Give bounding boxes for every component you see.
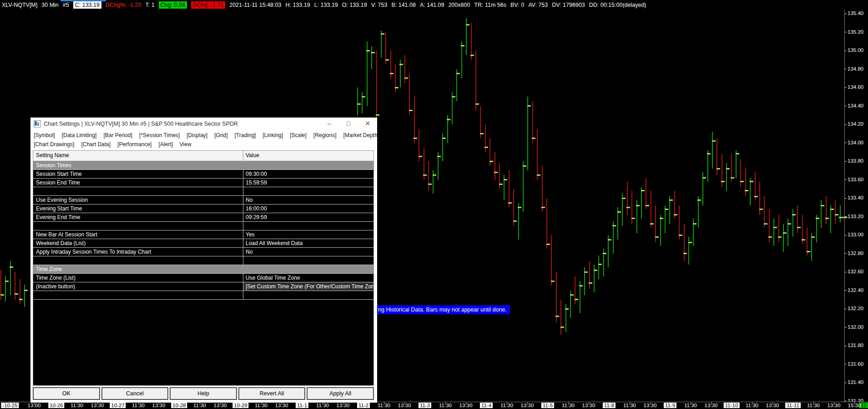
price-axis-label: 131.60 [848,361,863,367]
close-dash [603,253,606,254]
close-dash [466,24,469,26]
menu-item-marketdepth[interactable]: [Market Depth] [343,132,379,138]
time-axis-date-label: 10-29 [232,403,248,408]
setting-row[interactable]: Weekend Data (List)Load All Weekend Data [33,239,373,248]
close-dash [551,281,555,282]
setting-row[interactable]: Evening Start Time16:00:00 [33,204,373,213]
close-button[interactable]: ✕ [361,118,374,129]
close-dash [0,294,4,296]
topbar-segment-10: L: 133.19 [314,2,338,8]
time-axis-time-label: 11:30 [378,403,390,408]
close-dash [598,264,602,265]
menu-item-linking[interactable]: [Linking] [262,132,283,138]
close-dash [740,181,744,182]
menu-item-scale[interactable]: [Scale] [290,132,307,138]
menu-item-datalimiting[interactable]: [Data Limiting] [62,132,97,138]
menu-item-symbol[interactable]: [Symbol] [34,132,55,138]
close-dash [10,266,13,268]
time-axis-time-label: 11:30 [132,403,145,408]
setting-value[interactable]: 09:30:00 [243,170,373,178]
close-dash [665,209,668,210]
active-tab-strip [61,0,106,1]
setting-value[interactable]: [Set Custom Time Zone (For Other/Custom … [243,282,373,291]
maximize-button[interactable]: □ [342,118,355,129]
setting-value[interactable]: Load All Weekend Data [243,239,373,247]
menu-item-regions[interactable]: [Regions] [313,132,337,138]
ok-button[interactable]: OK [33,387,100,400]
setting-row[interactable]: Apply Intraday Session Times To Intraday… [33,248,373,256]
setting-row[interactable]: Session End Time15:59:59 [33,179,373,187]
setting-row[interactable]: Evening End Time09:29:59 [33,213,373,222]
price-axis-tick [844,179,847,180]
setting-row[interactable]: (Inactive button)[Set Custom Time Zone (… [33,282,373,291]
close-dash [688,242,692,243]
close-dash [456,73,460,74]
menu-item-chartdata[interactable]: [Chart Data] [81,141,111,148]
menu-item-view[interactable]: View [180,141,192,148]
close-dash [518,207,521,208]
setting-row[interactable]: New Bar At Session StartYes [33,230,373,239]
setting-value[interactable]: Use Global Time Zone [243,274,373,282]
setting-name: Session End Time [33,179,243,187]
topbar-segment-14: A: 141.09 [420,2,444,8]
price-axis-tick [844,14,847,14]
topbar-segment-1: 30 Min [41,2,59,8]
time-axis[interactable]: 12 -10-2513:0010-2611:3013:3010-2711:301… [0,402,868,409]
close-dash [385,59,389,61]
close-dash [617,211,621,213]
help-button[interactable]: Help [170,387,237,400]
menu-item-display[interactable]: [Display] [187,132,207,138]
menu-item-barperiod[interactable]: [Bar Period] [103,132,132,138]
close-dash [508,202,512,204]
setting-row[interactable]: Use Evening SessionNo [33,196,373,204]
close-dash [594,270,597,271]
close-dash [19,299,23,300]
close-dash [428,184,432,185]
setting-value[interactable]: 15:59:59 [243,179,373,187]
dialog-titlebar[interactable]: Chart Settings | XLV-NQTV[M] 30 Min #5 |… [30,118,377,130]
close-dash [504,179,507,180]
setting-value[interactable]: Yes [243,230,373,239]
setting-value[interactable] [243,291,373,299]
close-dash [821,205,824,206]
topbar-segment-7: DChg: -1.71 [191,1,225,9]
setting-value[interactable]: No [243,248,373,256]
price-axis-tick [844,124,847,125]
time-axis-time-label: 13:30 [152,403,166,408]
close-dash [750,181,753,182]
time-axis-date-label: 11-4 [480,403,493,408]
menu-item-grid[interactable]: [Grid] [214,132,227,138]
setting-value[interactable]: No [243,196,373,204]
spacer-row [33,187,373,196]
cancel-button[interactable]: Cancel [101,387,169,400]
setting-value[interactable] [243,187,373,195]
apply-all-button[interactable]: Apply All [307,387,374,400]
close-dash [707,153,711,154]
time-axis-time-label: 13:00 [28,403,41,408]
menu-item-trading[interactable]: [Trading] [235,132,256,138]
menu-item-sessiontimes[interactable]: [*Session Times] [139,132,180,138]
time-axis-date-label: 11-10 [724,403,740,408]
revert-all-button[interactable]: Revert All [238,387,306,400]
menu-item-chartdrawings[interactable]: [Chart Drawings] [34,141,74,148]
chart-header-bar: XLV-NQTV[M]30 Min#5C: 133.19DChg%: -1.20… [0,0,868,10]
close-dash [399,64,403,65]
time-axis-time-label: 13:30 [337,403,350,408]
price-axis-label: 133.40 [848,195,863,200]
setting-row[interactable]: Time Zone (List)Use Global Time Zone [33,274,373,282]
price-axis-tick [844,161,847,162]
menu-item-alert[interactable]: [Alert] [158,141,172,148]
setting-value[interactable]: 09:29:59 [243,213,373,221]
close-dash [579,285,583,286]
minimize-button[interactable]: – [323,118,336,129]
menu-item-performance[interactable]: [Performance] [117,141,151,148]
setting-value[interactable]: 16:00:00 [243,204,373,213]
spacer-row [33,256,373,265]
section-row: Session Times [33,161,373,170]
time-axis-time-label: 15:30 [848,403,861,408]
setting-row[interactable]: Session Start Time09:30:00 [33,170,373,179]
setting-value[interactable] [243,256,373,265]
setting-value[interactable] [243,222,373,230]
close-dash [787,223,791,225]
price-axis-label: 134.20 [848,121,863,127]
